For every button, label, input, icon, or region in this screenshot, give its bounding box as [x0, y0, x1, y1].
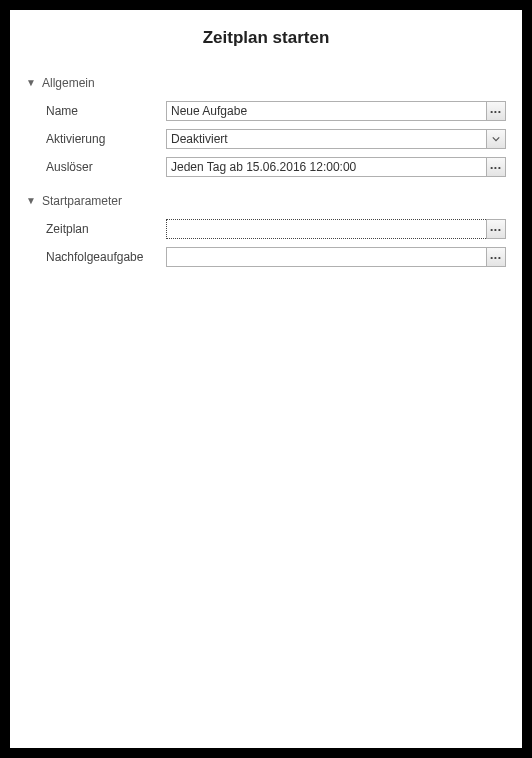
field-wrap-schedule	[166, 219, 506, 239]
trigger-input[interactable]	[166, 157, 486, 177]
name-input[interactable]	[166, 101, 486, 121]
name-browse-button[interactable]	[486, 101, 506, 121]
followup-input[interactable]	[166, 247, 486, 267]
section-general-header[interactable]: ▼ Allgemein	[26, 76, 506, 90]
field-wrap-followup	[166, 247, 506, 267]
schedule-browse-button[interactable]	[486, 219, 506, 239]
followup-browse-button[interactable]	[486, 247, 506, 267]
chevron-down-icon: ▼	[26, 78, 36, 88]
section-startparams-title: Startparameter	[42, 194, 122, 208]
section-startparams: ▼ Startparameter Zeitplan Nachfolgeaufga…	[26, 194, 506, 268]
row-followup: Nachfolgeaufgabe	[46, 246, 506, 268]
section-general-rows: Name Aktivierung Deaktiviert	[26, 100, 506, 178]
label-name: Name	[46, 104, 166, 118]
field-wrap-name	[166, 101, 506, 121]
label-followup: Nachfolgeaufgabe	[46, 250, 166, 264]
row-schedule: Zeitplan	[46, 218, 506, 240]
row-trigger: Auslöser	[46, 156, 506, 178]
trigger-browse-button[interactable]	[486, 157, 506, 177]
dialog-title: Zeitplan starten	[26, 28, 506, 48]
chevron-down-icon: ▼	[26, 196, 36, 206]
label-trigger: Auslöser	[46, 160, 166, 174]
dialog-panel: Zeitplan starten ▼ Allgemein Name Aktivi…	[10, 10, 522, 748]
window-frame: Zeitplan starten ▼ Allgemein Name Aktivi…	[0, 0, 532, 758]
activation-select[interactable]: Deaktiviert	[166, 129, 486, 149]
section-startparams-header[interactable]: ▼ Startparameter	[26, 194, 506, 208]
section-general: ▼ Allgemein Name Aktivierung Deaktiviert	[26, 76, 506, 178]
section-general-title: Allgemein	[42, 76, 95, 90]
schedule-input[interactable]	[166, 219, 486, 239]
row-activation: Aktivierung Deaktiviert	[46, 128, 506, 150]
chevron-down-icon	[492, 135, 500, 143]
field-wrap-trigger	[166, 157, 506, 177]
label-activation: Aktivierung	[46, 132, 166, 146]
field-wrap-activation: Deaktiviert	[166, 129, 506, 149]
activation-dropdown-button[interactable]	[486, 129, 506, 149]
label-schedule: Zeitplan	[46, 222, 166, 236]
row-name: Name	[46, 100, 506, 122]
section-startparams-rows: Zeitplan Nachfolgeaufgabe	[26, 218, 506, 268]
